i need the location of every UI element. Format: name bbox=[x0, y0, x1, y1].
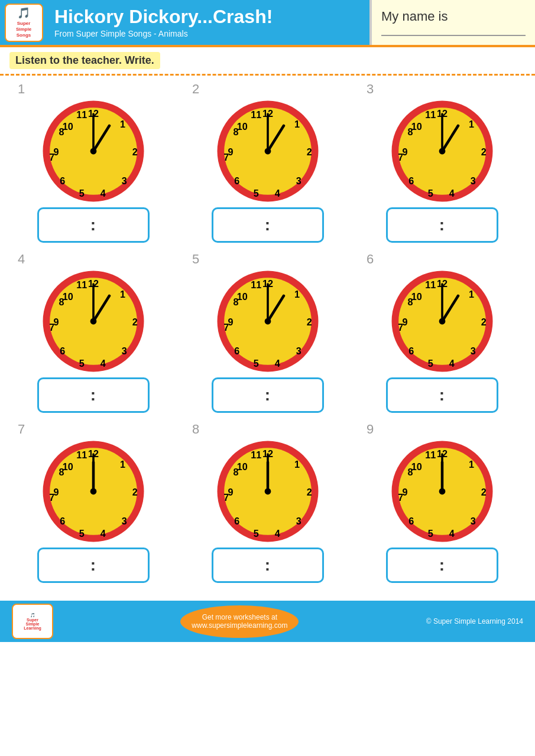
svg-text:5: 5 bbox=[427, 188, 433, 198]
svg-point-67 bbox=[90, 318, 96, 325]
svg-text:10: 10 bbox=[62, 291, 73, 302]
svg-text:11: 11 bbox=[425, 449, 436, 460]
svg-text:5: 5 bbox=[79, 358, 84, 369]
svg-text:2: 2 bbox=[132, 146, 137, 157]
svg-text:6: 6 bbox=[408, 175, 414, 186]
colon-2: : bbox=[265, 216, 270, 234]
svg-text:2: 2 bbox=[132, 317, 137, 327]
clock-item-4: 4 12 1 2 3 4 5 6 7 8 9 10 11 bbox=[12, 252, 174, 413]
answer-box-3[interactable]: : bbox=[386, 207, 498, 243]
clock-number-4: 4 bbox=[18, 252, 25, 267]
svg-text:3: 3 bbox=[296, 516, 301, 526]
answer-box-9[interactable]: : bbox=[386, 548, 498, 583]
answer-box-1[interactable]: : bbox=[37, 207, 150, 243]
colon-9: : bbox=[439, 556, 445, 575]
svg-text:2: 2 bbox=[481, 146, 486, 157]
svg-text:2: 2 bbox=[481, 487, 486, 497]
svg-text:10: 10 bbox=[411, 291, 421, 302]
clock-item-7: 7 12 1 2 3 4 5 6 7 8 9 10 11 bbox=[12, 422, 174, 583]
svg-text:6: 6 bbox=[408, 516, 414, 526]
clock-item-1: 1 12 1 2 3 4 5 6 7 8 9 10 bbox=[12, 82, 174, 243]
svg-text:10: 10 bbox=[62, 121, 73, 132]
colon-5: : bbox=[265, 386, 270, 405]
svg-text:10: 10 bbox=[411, 461, 421, 472]
svg-text:1: 1 bbox=[119, 459, 125, 470]
svg-text:3: 3 bbox=[470, 346, 475, 356]
clock-item-6: 6 12 1 2 3 4 5 6 7 8 9 10 11 bbox=[361, 252, 523, 413]
svg-text:3: 3 bbox=[121, 346, 127, 356]
clock-number-3: 3 bbox=[367, 82, 374, 97]
svg-text:5: 5 bbox=[79, 188, 84, 198]
svg-text:10: 10 bbox=[236, 121, 247, 132]
svg-text:9: 9 bbox=[228, 487, 233, 497]
svg-text:9: 9 bbox=[228, 146, 233, 157]
my-name-label: My name is bbox=[381, 9, 526, 24]
logo-icon: 🎵 bbox=[17, 7, 30, 20]
answer-box-5[interactable]: : bbox=[212, 377, 324, 413]
svg-point-118 bbox=[90, 488, 96, 495]
answer-box-7[interactable]: : bbox=[37, 548, 150, 583]
colon-3: : bbox=[439, 216, 445, 234]
svg-text:1: 1 bbox=[468, 289, 474, 299]
svg-text:3: 3 bbox=[296, 346, 301, 356]
svg-text:11: 11 bbox=[425, 109, 436, 120]
svg-text:5: 5 bbox=[253, 188, 258, 198]
svg-text:9: 9 bbox=[402, 317, 407, 327]
colon-4: : bbox=[90, 386, 96, 405]
footer-logo-line3: Learning bbox=[24, 626, 41, 630]
svg-text:9: 9 bbox=[228, 317, 233, 327]
svg-text:6: 6 bbox=[234, 516, 239, 526]
logo-line3: Songs bbox=[17, 32, 31, 38]
svg-text:6: 6 bbox=[60, 516, 65, 526]
svg-text:10: 10 bbox=[62, 461, 73, 472]
footer-center-line2: www.supersimplelearning.com bbox=[192, 621, 287, 630]
svg-text:1: 1 bbox=[468, 459, 474, 470]
svg-text:5: 5 bbox=[253, 528, 258, 539]
clock-item-3: 3 12 1 2 3 4 5 6 7 8 9 10 11 bbox=[361, 82, 523, 243]
svg-text:6: 6 bbox=[408, 346, 414, 356]
clock-item-8: 8 12 1 2 3 4 5 6 7 8 9 10 11 bbox=[186, 422, 349, 583]
footer-logo-line1: Super bbox=[27, 618, 38, 622]
svg-text:10: 10 bbox=[236, 291, 247, 302]
svg-text:9: 9 bbox=[53, 487, 59, 497]
instruction-bar: Listen to the teacher. Write. bbox=[0, 47, 535, 76]
svg-text:10: 10 bbox=[411, 121, 421, 132]
footer-logo-icon: 🎵 bbox=[30, 613, 35, 618]
svg-text:11: 11 bbox=[251, 449, 261, 460]
name-write-line bbox=[381, 35, 526, 36]
svg-text:1: 1 bbox=[294, 119, 299, 129]
svg-text:11: 11 bbox=[251, 279, 261, 290]
footer-logo-line2: Simple bbox=[26, 622, 40, 626]
svg-text:4: 4 bbox=[274, 188, 280, 198]
colon-1: : bbox=[90, 216, 96, 234]
clock-number-8: 8 bbox=[192, 422, 199, 437]
clock-svg-4: 12 1 2 3 4 5 6 7 8 9 10 11 bbox=[40, 268, 147, 374]
answer-box-6[interactable]: : bbox=[386, 377, 498, 413]
clock-svg-1: 12 1 2 3 4 5 6 7 8 9 10 11 bbox=[40, 98, 147, 204]
svg-text:1: 1 bbox=[119, 119, 125, 129]
svg-text:6: 6 bbox=[60, 175, 65, 186]
svg-text:9: 9 bbox=[53, 146, 59, 157]
clock-svg-3: 12 1 2 3 4 5 6 7 8 9 10 11 bbox=[389, 98, 495, 204]
answer-box-8[interactable]: : bbox=[212, 548, 324, 583]
colon-8: : bbox=[265, 556, 270, 575]
svg-point-50 bbox=[439, 148, 445, 155]
main-content: 1 12 1 2 3 4 5 6 7 8 9 10 bbox=[0, 76, 535, 595]
svg-text:2: 2 bbox=[306, 317, 312, 327]
svg-text:9: 9 bbox=[402, 146, 407, 157]
svg-text:3: 3 bbox=[121, 516, 127, 526]
svg-text:4: 4 bbox=[100, 188, 105, 198]
svg-text:2: 2 bbox=[132, 487, 137, 497]
answer-box-4[interactable]: : bbox=[37, 377, 150, 413]
svg-text:11: 11 bbox=[76, 449, 87, 460]
clock-number-9: 9 bbox=[367, 422, 374, 437]
svg-text:10: 10 bbox=[236, 461, 247, 472]
svg-text:9: 9 bbox=[53, 317, 59, 327]
clock-item-2: 2 12 1 2 3 4 5 6 7 8 9 10 11 bbox=[186, 82, 349, 243]
svg-text:2: 2 bbox=[306, 146, 312, 157]
svg-text:11: 11 bbox=[425, 279, 436, 290]
clock-svg-7: 12 1 2 3 4 5 6 7 8 9 10 11 bbox=[40, 438, 147, 545]
answer-box-2[interactable]: : bbox=[212, 207, 324, 243]
svg-text:4: 4 bbox=[449, 528, 454, 539]
svg-text:3: 3 bbox=[121, 175, 127, 186]
